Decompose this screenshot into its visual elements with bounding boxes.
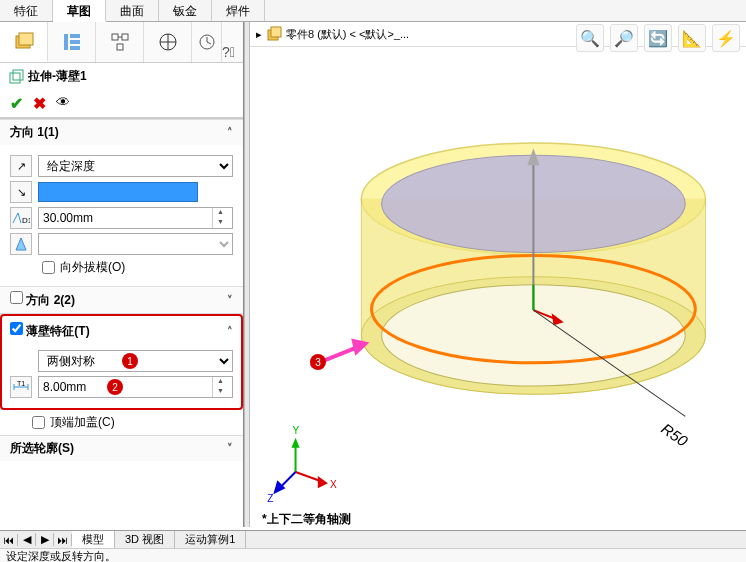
graphics-viewport[interactable]: ▸ 零件8 (默认) < <默认>_... 🔍 🔎 🔄 📐 ⚡ — [250, 22, 746, 527]
direction2-header[interactable]: 方向 2(2) ˅ — [0, 287, 243, 313]
feature-title: 拉伸-薄壁1 — [28, 68, 87, 85]
help-icon[interactable]: ?⃝ — [222, 44, 235, 60]
tab-weldment[interactable]: 焊件 — [212, 0, 265, 21]
svg-rect-19 — [271, 27, 281, 37]
section-direction2: 方向 2(2) ˅ — [0, 286, 243, 313]
svg-rect-7 — [122, 34, 128, 40]
ok-button[interactable]: ✔ — [10, 94, 23, 113]
panel-tab-row: ?⃝ — [0, 22, 243, 63]
direction1-header[interactable]: 方向 1(1) ˄ — [0, 120, 243, 145]
tab-features[interactable]: 特征 — [0, 0, 53, 21]
svg-rect-14 — [10, 73, 20, 83]
direction-reference-icon[interactable]: ↘ — [10, 181, 32, 203]
svg-rect-4 — [70, 40, 80, 44]
view-orientation-label: *上下二等角轴测 — [262, 511, 351, 528]
draft-outward-checkbox[interactable] — [42, 261, 55, 274]
svg-rect-1 — [19, 33, 33, 45]
depth-value[interactable] — [43, 211, 212, 225]
draft-select[interactable] — [38, 233, 233, 255]
rotate-icon[interactable]: 🔄 — [644, 24, 672, 52]
view-toolbar: 🔍 🔎 🔄 📐 ⚡ — [576, 24, 740, 52]
draft-outward-label: 向外拔模(O) — [60, 259, 125, 276]
tab-prev[interactable]: ◀ — [18, 533, 36, 546]
svg-marker-37 — [318, 476, 328, 488]
zoom-fit-icon[interactable]: 🔍 — [576, 24, 604, 52]
tab-last[interactable]: ⏭ — [54, 534, 72, 546]
end-condition-select[interactable]: 给定深度 — [38, 155, 233, 177]
section-direction1: 方向 1(1) ˄ ↗ 给定深度 ↘ D1 — [0, 119, 243, 286]
svg-text:Z: Z — [267, 493, 273, 504]
direction2-title: 方向 2(2) — [26, 293, 75, 307]
svg-rect-6 — [112, 34, 118, 40]
tab-next[interactable]: ▶ — [36, 533, 54, 546]
svg-rect-5 — [70, 46, 80, 50]
callout-1: 1 — [122, 353, 138, 369]
tab-configuration-manager[interactable] — [96, 22, 144, 62]
thickness-spinner[interactable]: ▲▼ — [212, 377, 228, 397]
cap-ends-label: 顶端加盖(C) — [50, 414, 115, 431]
tab-overflow[interactable] — [192, 22, 222, 62]
depth-icon: D1 — [10, 207, 32, 229]
extrude-icon — [8, 69, 24, 85]
tab-model[interactable]: 模型 — [72, 531, 115, 548]
chevron-down-icon: ˅ — [227, 294, 233, 307]
preview-toggle[interactable]: 👁 — [56, 94, 70, 113]
svg-text:D1: D1 — [22, 216, 30, 225]
svg-text:T1: T1 — [17, 380, 25, 387]
svg-rect-9 — [117, 44, 123, 50]
chevron-up-icon: ˄ — [227, 325, 233, 338]
thin-enable-checkbox[interactable] — [10, 322, 23, 335]
highlight-box: 薄壁特征(T) ˄ 两侧对称 1 T1 2 ▲▼ — [0, 314, 243, 410]
svg-text:Y: Y — [293, 425, 300, 436]
zoom-area-icon[interactable]: 🔎 — [610, 24, 638, 52]
tab-feature-manager[interactable] — [0, 22, 48, 62]
contours-title: 所选轮廓(S) — [10, 440, 74, 457]
svg-marker-40 — [273, 480, 285, 494]
status-bar: 设定深度或反转方向。 — [0, 548, 746, 562]
depth-input[interactable]: ▲▼ — [38, 207, 233, 229]
callout-3: 3 — [310, 354, 326, 370]
bottom-tab-bar: ⏮ ◀ ▶ ⏭ 模型 3D 视图 运动算例1 — [0, 530, 746, 548]
thickness-icon: T1 — [10, 376, 32, 398]
tab-property-manager[interactable] — [48, 22, 96, 62]
direction2-enable-checkbox[interactable] — [10, 291, 23, 304]
svg-rect-15 — [13, 70, 23, 80]
tab-motion[interactable]: 运动算例1 — [175, 531, 246, 548]
direction-reference-input[interactable] — [38, 182, 198, 202]
svg-marker-34 — [292, 438, 300, 448]
svg-rect-3 — [70, 34, 80, 38]
section-thin-feature: 薄壁特征(T) ˄ 两侧对称 1 T1 2 ▲▼ — [0, 313, 243, 435]
chevron-up-icon: ˄ — [227, 126, 233, 139]
cap-ends-checkbox[interactable] — [32, 416, 45, 429]
tab-3dview[interactable]: 3D 视图 — [115, 531, 175, 548]
draft-icon[interactable] — [10, 233, 32, 255]
tab-first[interactable]: ⏮ — [0, 534, 18, 546]
reverse-direction-icon[interactable]: ↗ — [10, 155, 32, 177]
thickness-input[interactable]: 2 ▲▼ — [38, 376, 233, 398]
thin-title: 薄壁特征(T) — [26, 324, 89, 338]
cancel-button[interactable]: ✖ — [33, 94, 46, 113]
thickness-value[interactable] — [43, 380, 212, 394]
accept-row: ✔ ✖ 👁 — [0, 90, 243, 119]
svg-text:X: X — [330, 479, 337, 490]
command-manager-tabs: 特征 草图 曲面 钣金 焊件 — [0, 0, 746, 22]
section-view-icon[interactable]: 📐 — [678, 24, 706, 52]
expand-tree-icon[interactable]: ▸ — [256, 28, 262, 41]
tab-surface[interactable]: 曲面 — [106, 0, 159, 21]
section-contours: 所选轮廓(S) ˅ — [0, 435, 243, 461]
svg-rect-2 — [64, 34, 68, 50]
tab-dimxpert[interactable] — [144, 22, 192, 62]
model-view[interactable]: R50 Y X Z — [250, 52, 746, 528]
feature-title-row: 拉伸-薄壁1 — [0, 63, 243, 90]
tab-sheetmetal[interactable]: 钣金 — [159, 0, 212, 21]
tab-sketch[interactable]: 草图 — [53, 0, 106, 22]
contours-header[interactable]: 所选轮廓(S) ˅ — [0, 436, 243, 461]
breadcrumb-text[interactable]: 零件8 (默认) < <默认>_... — [286, 27, 409, 42]
part-icon — [266, 26, 282, 42]
depth-spinner[interactable]: ▲▼ — [212, 208, 228, 228]
chevron-down-icon: ˅ — [227, 442, 233, 455]
display-style-icon[interactable]: ⚡ — [712, 24, 740, 52]
thin-header[interactable]: 薄壁特征(T) ˄ — [10, 322, 233, 346]
direction1-title: 方向 1(1) — [10, 124, 59, 141]
property-manager: ?⃝ 拉伸-薄壁1 ✔ ✖ 👁 方向 1(1) ˄ ↗ 给定深度 — [0, 22, 244, 527]
